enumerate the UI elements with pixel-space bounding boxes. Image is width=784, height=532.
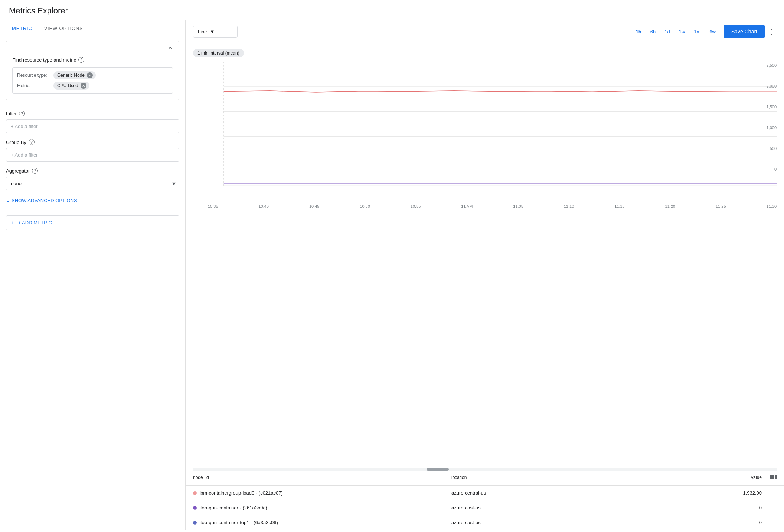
aggregator-help-icon[interactable]: ?: [32, 168, 38, 174]
dot-1: [193, 491, 197, 495]
more-options-icon[interactable]: ⋮: [766, 26, 777, 37]
col-header-location: location: [451, 475, 710, 482]
metric-chip-close[interactable]: ✕: [81, 83, 86, 89]
chart-toolbar: Line ▼ 1h 6h 1d 1w 1m 6w Save Chart ⋮: [186, 20, 784, 43]
metric-label: Metric:: [17, 83, 50, 88]
group-by-input[interactable]: + Add a filter: [6, 148, 179, 162]
chart-svg: [193, 62, 777, 203]
svg-rect-6: [770, 475, 772, 477]
table-cell-value-2: 0: [710, 505, 762, 510]
time-btn-1h[interactable]: 1h: [632, 27, 645, 37]
section-header: ⌃: [12, 46, 173, 54]
right-panel: Line ▼ 1h 6h 1d 1w 1m 6w Save Chart ⋮ 1 …: [186, 20, 784, 530]
resource-type-row: Resource type: Generic Node ✕: [17, 71, 168, 79]
table-row: bm-containergroup-load0 - (c021ac07) azu…: [186, 486, 784, 500]
show-advanced-options[interactable]: ⌄ SHOW ADVANCED OPTIONS: [6, 198, 179, 203]
svg-rect-11: [775, 477, 777, 479]
group-by-section: Group By ? + Add a filter: [6, 139, 179, 162]
chevron-down-icon: ⌄: [6, 198, 10, 203]
col-header-value: Value: [710, 475, 762, 482]
col-header-node-id: node_id: [193, 475, 451, 482]
filter-help-icon[interactable]: ?: [19, 111, 25, 116]
save-chart-button[interactable]: Save Chart: [724, 25, 765, 38]
tabs-container: METRIC VIEW OPTIONS: [0, 20, 185, 36]
aggregator-select[interactable]: none mean sum min max: [6, 177, 179, 190]
metric-chip[interactable]: CPU Used ✕: [53, 82, 89, 90]
table-row: top-gun-container - (261a3b9c) azure:eas…: [186, 500, 784, 515]
tab-view-options[interactable]: VIEW OPTIONS: [38, 20, 89, 36]
resource-type-chip[interactable]: Generic Node ✕: [53, 71, 96, 79]
filter-label: Filter ?: [6, 111, 179, 116]
table-grid-icon[interactable]: [762, 475, 777, 482]
data-table: node_id location Value: [186, 471, 784, 530]
dot-3: [193, 521, 197, 525]
chart-type-dropdown-icon: ▼: [210, 29, 215, 35]
resource-inputs-box: Resource type: Generic Node ✕ Metric: CP…: [12, 67, 173, 94]
table-cell-node-3: top-gun-container-top1 - (6a3a3c06): [193, 520, 451, 525]
svg-rect-10: [772, 477, 774, 479]
table-cell-value-3: 0: [710, 520, 762, 525]
time-btn-6h[interactable]: 6h: [647, 27, 659, 37]
filter-section: Filter ? + Add a filter: [6, 111, 179, 133]
time-btn-1w[interactable]: 1w: [675, 27, 689, 37]
table-cell-node-2: top-gun-container - (261a3b9c): [193, 505, 451, 510]
main-layout: METRIC VIEW OPTIONS ⌃ Find resource type…: [0, 20, 784, 530]
chart-container: 2,500 2,000 1,500 1,000 500 0: [193, 62, 777, 203]
tab-metric[interactable]: METRIC: [6, 20, 38, 36]
table-cell-node-1: bm-containergroup-load0 - (c021ac07): [193, 490, 451, 496]
time-buttons-group: 1h 6h 1d 1w 1m 6w Save Chart ⋮: [632, 25, 777, 38]
time-btn-1d[interactable]: 1d: [661, 27, 673, 37]
metric-section-card: ⌃ Find resource type and metric ? Resour…: [6, 41, 179, 100]
aggregator-section: Aggregator ? none mean sum min max ▾: [6, 168, 179, 190]
table-cell-location-3: azure:east-us: [451, 520, 710, 525]
filter-input[interactable]: + Add a filter: [6, 119, 179, 133]
table-header: node_id location Value: [186, 471, 784, 486]
aggregator-select-wrapper: none mean sum min max ▾: [6, 177, 179, 190]
resource-type-label: Resource type:: [17, 73, 50, 78]
table-cell-value-1: 1,932.00: [710, 490, 762, 496]
table-cell-location-2: azure:east-us: [451, 505, 710, 510]
add-metric-button[interactable]: + + ADD METRIC: [6, 215, 179, 230]
chart-type-select[interactable]: Line ▼: [193, 26, 238, 38]
svg-rect-8: [775, 475, 777, 477]
table-cell-location-1: azure:central-us: [451, 490, 710, 496]
find-resource-label: Find resource type and metric ?: [12, 57, 173, 63]
collapse-button[interactable]: ⌃: [167, 46, 173, 54]
x-axis-labels: 10:35 10:40 10:45 10:50 10:55 11 AM 11:0…: [193, 203, 777, 208]
left-panel: METRIC VIEW OPTIONS ⌃ Find resource type…: [0, 20, 186, 530]
metric-row: Metric: CPU Used ✕: [17, 82, 168, 90]
aggregator-label: Aggregator ?: [6, 168, 179, 174]
y-axis-labels: 2,500 2,000 1,500 1,000 500 0: [758, 62, 777, 173]
time-btn-6w[interactable]: 6w: [706, 27, 719, 37]
table-row: top-gun-container-top1 - (6a3a3c06) azur…: [186, 515, 784, 530]
group-by-help-icon[interactable]: ?: [29, 139, 35, 145]
time-btn-1m[interactable]: 1m: [690, 27, 704, 37]
add-icon: +: [11, 220, 14, 226]
svg-rect-7: [772, 475, 774, 477]
chart-scrollbar[interactable]: [193, 468, 777, 471]
find-resource-help-icon[interactable]: ?: [78, 57, 84, 63]
app-title: Metrics Explorer: [9, 6, 775, 16]
scrollbar-thumb[interactable]: [427, 468, 449, 471]
chart-type-label: Line: [198, 29, 207, 35]
svg-rect-9: [770, 477, 772, 479]
group-by-label: Group By ?: [6, 139, 179, 145]
dot-2: [193, 506, 197, 510]
resource-type-chip-close[interactable]: ✕: [87, 72, 93, 78]
interval-badge: 1 min interval (mean): [193, 49, 244, 57]
app-header: Metrics Explorer: [0, 0, 784, 20]
chart-area: 1 min interval (mean): [186, 43, 784, 468]
